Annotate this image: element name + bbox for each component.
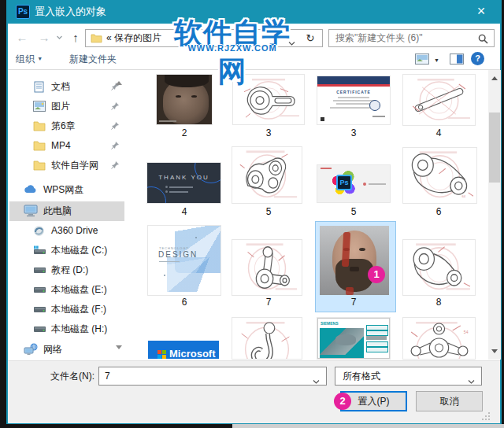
organize-menu[interactable]: 组织 ▼ — [16, 49, 43, 69]
sidebar-item-disk-h[interactable]: 本地磁盘 (H:) — [6, 319, 124, 339]
sidebar-item-local-disk-c[interactable]: 本地磁盘 (C:) — [6, 241, 124, 260]
sidebar-item-label: A360 Drive — [51, 221, 98, 241]
dialog-title: 置入嵌入的对象 — [35, 0, 106, 24]
address-bar[interactable]: « 保存的图片 ↻ — [85, 29, 323, 47]
search-box[interactable]: 搜索"新建文件夹 (6)" — [328, 29, 495, 47]
file-thumbnail-drawing[interactable] — [233, 75, 304, 124]
resize-grip[interactable] — [482, 412, 490, 420]
sidebar-item-documents[interactable]: 文档 — [6, 77, 124, 97]
sidebar-item-network[interactable]: 网络 — [6, 340, 124, 360]
address-dropdown-chevron-icon[interactable] — [288, 35, 295, 50]
sidebar-item-label: 此电脑 — [43, 201, 72, 221]
file-thumbnail-kratos[interactable] — [320, 226, 389, 295]
file-thumbnail-drawing[interactable] — [403, 75, 475, 125]
file-label[interactable]: 8 — [399, 297, 478, 308]
file-thumbnail-portrait[interactable] — [157, 75, 212, 124]
file-label[interactable]: 2 — [145, 127, 224, 139]
sidebar-item-pictures[interactable]: 图片 — [6, 97, 124, 116]
file-label[interactable]: 5 — [314, 206, 393, 218]
search-icon[interactable] — [478, 33, 487, 42]
file-label[interactable]: 3 — [229, 127, 308, 139]
file-label[interactable]: 4 — [399, 127, 478, 139]
file-thumbnail-drawing[interactable] — [232, 240, 302, 295]
refresh-button[interactable]: ↻ — [302, 30, 319, 46]
sidebar-item-disk-f[interactable]: 本地磁盘 (F:) — [6, 300, 124, 319]
sidebar-item-mp4[interactable]: MP4 — [6, 136, 124, 156]
filetype-dropdown-chevron-icon[interactable] — [468, 374, 475, 388]
close-button[interactable]: × — [469, 0, 493, 24]
pin-icon — [110, 121, 120, 131]
drive-icon — [33, 326, 46, 333]
sidebar-item-chapter6[interactable]: 第6章 — [6, 116, 124, 136]
sidebar-item-label: 文档 — [51, 77, 70, 97]
pin-icon — [110, 141, 120, 150]
scrollbar-thumb[interactable] — [489, 113, 500, 183]
document-icon — [33, 81, 45, 93]
file-thumbnail-ps-splash[interactable]: Ps — [317, 165, 390, 202]
sidebar-item-this-pc[interactable]: 此电脑 — [6, 201, 124, 221]
file-label[interactable]: 7 — [229, 297, 308, 308]
breadcrumb[interactable]: « 保存的图片 — [106, 30, 161, 46]
file-thumbnail-siemens-nx[interactable]: SIEMENS — [317, 318, 390, 359]
view-options-caret-icon[interactable]: ▼ — [434, 57, 439, 63]
sidebar-item-label: 本地磁盘 (C:) — [51, 241, 107, 260]
file-label[interactable]: 4 — [145, 206, 224, 218]
new-folder-button[interactable]: 新建文件夹 — [69, 49, 117, 69]
view-thumbnails-icon[interactable] — [415, 54, 429, 68]
svg-text:64: 64 — [461, 194, 465, 198]
scrollbar-down-icon[interactable] — [488, 345, 501, 356]
file-label[interactable]: 3 — [314, 127, 393, 139]
sidebar-item-rjzxw[interactable]: 软件自学网 — [6, 156, 124, 175]
organize-label: 组织 — [16, 54, 35, 65]
sidebar-scroll-up-icon[interactable] — [113, 77, 124, 88]
file-thumbnail-drawing[interactable] — [232, 147, 302, 203]
file-label[interactable]: 6 — [145, 297, 224, 308]
filename-dropdown-chevron-icon[interactable] — [313, 374, 320, 388]
toolbar-divider — [8, 69, 500, 70]
pin-icon — [110, 160, 120, 170]
design-text: DESIGN — [158, 250, 198, 259]
sidebar-item-label: 本地磁盘 (H:) — [51, 319, 107, 339]
back-button[interactable]: ← — [13, 28, 32, 47]
file-thumbnail-thankyou[interactable]: THANK YOU — [147, 163, 220, 203]
sidebar-item-wps-cloud[interactable]: WPS网盘 — [6, 180, 124, 200]
folder-icon — [33, 160, 46, 171]
filename-input[interactable]: 7 — [98, 367, 327, 386]
photoshop-ps-icon: Ps — [16, 5, 30, 19]
recent-locations-chevron-icon[interactable] — [54, 28, 65, 47]
sidebar-item-a360-drive[interactable]: A360 Drive — [6, 221, 124, 241]
folder-icon — [33, 140, 46, 151]
network-icon — [24, 343, 38, 356]
file-thumbnail-hook-drawing[interactable] — [232, 318, 302, 359]
filetype-select[interactable]: 所有格式 — [335, 367, 482, 386]
file-thumbnail-certificate[interactable]: CERTIFICATE — [317, 76, 390, 124]
file-thumbnail-drawing[interactable]: 54 — [403, 318, 475, 359]
file-label[interactable]: 6 — [399, 206, 478, 218]
certificate-title: CERTIFICATE — [317, 90, 390, 94]
file-label[interactable]: 5 — [229, 206, 308, 218]
scrollbar-up-icon[interactable] — [488, 72, 501, 83]
tutorial-step-badge-2: 2 — [334, 393, 351, 410]
file-thumbnail-drawing[interactable]: 64 — [403, 148, 476, 203]
file-label-selected[interactable]: 7 — [314, 297, 393, 308]
organize-caret-icon: ▼ — [37, 56, 43, 61]
sidebar-item-label: WPS网盘 — [43, 180, 83, 200]
file-thumbnail-microsoft[interactable]: Microsoft — [148, 341, 219, 359]
file-thumbnail-blue-design[interactable]: TECHNOLOGY DESIGN — [148, 226, 220, 295]
sidebar-item-label: 软件自学网 — [51, 156, 98, 175]
sidebar-item-disk-d[interactable]: 教程 (D:) — [6, 260, 124, 280]
cloud-icon — [24, 184, 38, 195]
sidebar-item-label: 图片 — [51, 97, 70, 116]
search-input[interactable]: 搜索"新建文件夹 (6)" — [335, 30, 423, 46]
sidebar-item-disk-e[interactable]: 本地磁盘 (E:) — [6, 280, 124, 300]
sidebar-scroll-down-icon[interactable] — [113, 341, 124, 352]
file-thumbnail-drawing[interactable] — [403, 240, 475, 295]
siemens-text: SIEMENS — [321, 321, 339, 326]
forward-button[interactable]: → — [35, 28, 54, 47]
preview-pane-icon[interactable] — [450, 54, 464, 68]
microsoft-text: Microsoft — [169, 348, 216, 359]
cancel-button[interactable]: 取消 — [416, 391, 483, 411]
help-icon[interactable]: ? — [471, 52, 484, 65]
filename-label: 文件名(N): — [43, 367, 94, 386]
up-button[interactable]: ↑ — [66, 28, 85, 47]
